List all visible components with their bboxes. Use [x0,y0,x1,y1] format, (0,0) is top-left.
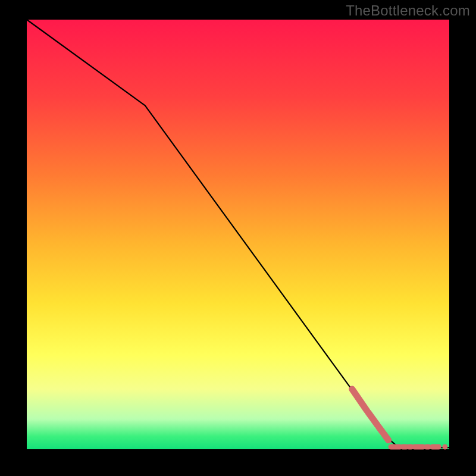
marker-segment [368,412,378,425]
marker-segment [352,389,367,411]
chart-svg [27,20,449,449]
marker-segment [384,434,389,440]
marker-dot [442,444,447,450]
chart-frame: TheBottleneck.com [0,0,476,476]
curve-line [27,20,449,447]
plot-area [27,20,449,449]
marker-group [352,389,448,450]
watermark-text: TheBottleneck.com [346,2,470,19]
